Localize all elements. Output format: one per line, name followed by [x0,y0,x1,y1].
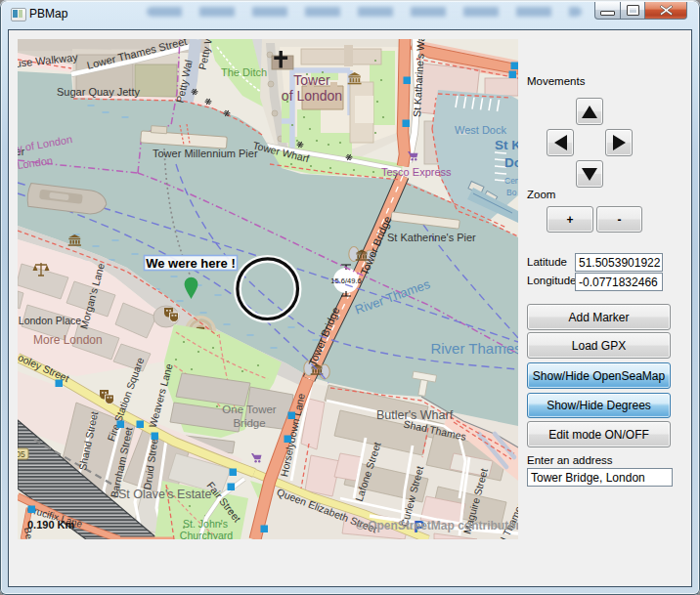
svg-text:Bo: Bo [506,188,517,197]
svg-text:Cen: Cen [504,176,518,186]
svg-text:The Ditch: The Ditch [221,66,267,78]
svg-text:St Katherine's Pier: St Katherine's Pier [387,232,476,243]
svg-text:West Dock: West Dock [455,124,506,136]
svg-text:More London Place: More London Place [18,315,81,326]
svg-text:Sugar Quay Jetty: Sugar Quay Jetty [57,86,140,98]
svg-text:We were here !: We were here ! [146,256,236,271]
svg-text:Tower: Tower [293,72,330,88]
svg-text:River Thames: River Thames [430,340,518,357]
svg-text:More London: More London [33,333,103,347]
svg-text:Bridge: Bridge [233,417,265,429]
svg-text:of London: of London [282,88,342,104]
svg-text:05: 05 [18,449,25,459]
svg-text:St Olave's Estate: St Olave's Estate [118,488,212,501]
svg-text:One Tower: One Tower [222,404,277,415]
svg-text:Do: Do [504,155,518,170]
svg-text:St Ka: St Ka [495,138,518,152]
svg-text:Churchyard: Churchyard [180,530,233,539]
svg-text:Tower Millennium Pier: Tower Millennium Pier [153,148,258,159]
svg-text:St. John's: St. John's [183,518,228,530]
svg-text:Tesco Express: Tesco Express [381,166,452,178]
svg-text:© OpenStreetMap contributors: © OpenStreetMap contributors [356,519,518,532]
svg-text:0.190 Km: 0.190 Km [27,519,75,531]
